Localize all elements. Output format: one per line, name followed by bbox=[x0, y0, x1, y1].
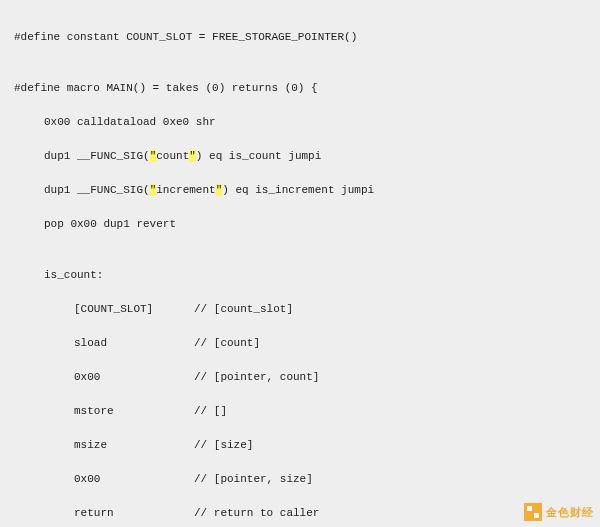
code-block: #define constant COUNT_SLOT = FREE_STORA… bbox=[0, 0, 600, 527]
code-line: dup1 __FUNC_SIG("count") eq is_count jum… bbox=[14, 148, 586, 165]
code-line: msize// [size] bbox=[14, 437, 586, 454]
code-line: return// return to caller bbox=[14, 505, 586, 522]
code-line: #define macro MAIN() = takes (0) returns… bbox=[14, 80, 586, 97]
highlight: " bbox=[189, 150, 196, 162]
code-line: 0x00// [pointer, size] bbox=[14, 471, 586, 488]
code-label: is_count: bbox=[14, 267, 586, 284]
watermark-logo-icon bbox=[524, 503, 542, 521]
code-line: #define constant COUNT_SLOT = FREE_STORA… bbox=[14, 29, 586, 46]
code-line: 0x00// [pointer, count] bbox=[14, 369, 586, 386]
watermark-text: 金色财经 bbox=[546, 504, 594, 521]
code-line: 0x00 calldataload 0xe0 shr bbox=[14, 114, 586, 131]
code-line: sload// [count] bbox=[14, 335, 586, 352]
code-line: pop 0x00 dup1 revert bbox=[14, 216, 586, 233]
code-line: dup1 __FUNC_SIG("increment") eq is_incre… bbox=[14, 182, 586, 199]
code-line: mstore// [] bbox=[14, 403, 586, 420]
watermark: 金色财经 bbox=[524, 503, 594, 521]
code-line: [COUNT_SLOT]// [count_slot] bbox=[14, 301, 586, 318]
